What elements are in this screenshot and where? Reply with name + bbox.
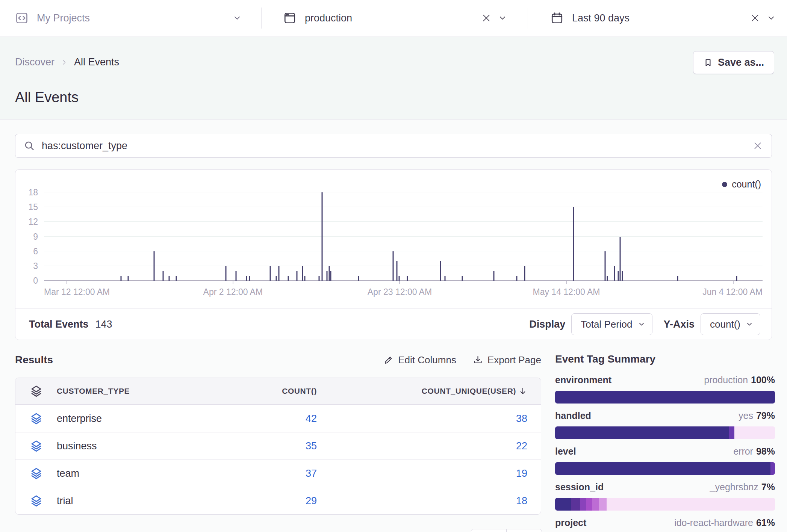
tag-percent: 79% [756, 410, 775, 421]
pencil-icon [383, 355, 394, 365]
chevron-down-icon [638, 320, 645, 328]
cell-count-unique-link[interactable]: 19 [330, 468, 541, 479]
top-bar: My Projects production Last 90 days [0, 0, 787, 36]
environment-filter-value: production [305, 12, 352, 24]
save-as-label: Save as... [718, 57, 764, 68]
results-heading: Results [15, 354, 53, 366]
tag-summary-heading: Event Tag Summary [555, 353, 775, 365]
tag-percent: 100% [751, 375, 775, 385]
tag-group-project: project ido-react-hardware61% [555, 517, 775, 532]
chevron-down-icon[interactable] [498, 14, 507, 23]
tag-name: session_id [555, 481, 604, 493]
table-header-row: CUSTOMER_TYPE COUNT() COUNT_UNIQUE(USER) [15, 378, 541, 405]
previous-page-button[interactable] [471, 529, 507, 532]
tag-top-value: _yeghrsbnz7% [710, 481, 775, 493]
page-title: All Events [15, 89, 79, 106]
tag-group-session-id: session_id _yeghrsbnz7% [555, 481, 775, 511]
table-row: team 37 19 [15, 459, 541, 487]
search-icon [24, 140, 35, 151]
breadcrumb: Discover All Events [15, 56, 119, 68]
edit-columns-label: Edit Columns [398, 354, 456, 366]
tag-bar-level[interactable] [555, 462, 775, 475]
table-row: trial 29 18 [15, 487, 541, 514]
layers-icon [29, 467, 43, 481]
tag-top-value: production100% [704, 374, 775, 385]
legend-label: count() [732, 179, 761, 190]
tag-percent: 98% [756, 446, 775, 456]
project-selector-value: My Projects [37, 12, 90, 24]
cell-count-link[interactable]: 35 [233, 440, 330, 452]
cell-count-link[interactable]: 42 [233, 413, 330, 425]
search-input[interactable] [42, 140, 753, 152]
tag-percent: 61% [756, 517, 775, 528]
cell-count-unique-link[interactable]: 38 [330, 413, 541, 425]
tag-group-handled: handled yes79% [555, 410, 775, 439]
event-tag-summary: Event Tag Summary environment production… [555, 353, 775, 532]
save-as-button[interactable]: Save as... [693, 51, 774, 74]
edit-columns-button[interactable]: Edit Columns [383, 354, 456, 366]
tag-name: handled [555, 410, 591, 421]
chart-legend: count() [722, 179, 761, 190]
tag-bar-handled[interactable] [555, 426, 775, 439]
cell-customer-type: business [57, 440, 233, 452]
column-header-customer-type[interactable]: CUSTOMER_TYPE [57, 387, 233, 396]
bookmark-icon [703, 58, 713, 68]
cell-count-unique-link[interactable]: 22 [330, 440, 541, 452]
total-events-value: 143 [95, 319, 112, 330]
tag-group-environment: environment production100% [555, 374, 775, 404]
layers-icon [29, 412, 43, 426]
yaxis-select-value: count() [710, 319, 740, 330]
tag-percent: 7% [761, 482, 775, 492]
tag-top-value: yes79% [739, 410, 775, 421]
table-row: enterprise 42 38 [15, 405, 541, 432]
display-label: Display [529, 319, 565, 330]
cell-count-link[interactable]: 37 [233, 468, 330, 479]
date-range-filter[interactable]: Last 90 days [528, 0, 787, 36]
yaxis-select[interactable]: count() [701, 313, 760, 335]
chart-plot[interactable]: 1815129630 [44, 192, 763, 281]
chevron-right-icon [61, 59, 68, 66]
chart-x-axis-line [44, 280, 763, 281]
tag-top-value: error98% [733, 446, 775, 457]
page-header: Discover All Events Save as... All Event… [0, 37, 787, 120]
sort-desc-arrow-icon [518, 387, 527, 396]
chevron-down-icon [746, 320, 753, 328]
tag-bar-session-id[interactable] [555, 498, 775, 511]
table-row: business 35 22 [15, 432, 541, 459]
cell-count-unique-link[interactable]: 18 [330, 495, 541, 507]
next-page-button[interactable] [506, 529, 542, 532]
project-selector[interactable]: My Projects [0, 0, 261, 36]
tag-name: project [555, 517, 586, 528]
export-page-button[interactable]: Export Page [473, 354, 541, 366]
breadcrumb-current: All Events [74, 56, 119, 68]
tag-bar-environment[interactable] [555, 391, 775, 404]
chevron-down-icon[interactable] [767, 14, 776, 23]
clear-environment-icon[interactable] [481, 13, 491, 23]
tag-top-value: ido-react-hardware61% [674, 517, 775, 528]
search-bar [15, 134, 772, 158]
clear-search-icon[interactable] [753, 141, 763, 151]
column-header-count-unique-user[interactable]: COUNT_UNIQUE(USER) [330, 387, 541, 396]
results-table: CUSTOMER_TYPE COUNT() COUNT_UNIQUE(USER)… [15, 378, 541, 515]
events-chart-panel: count() 1815129630 Mar 12 12:00 AMApr 2 … [15, 169, 772, 340]
cell-customer-type: team [57, 468, 233, 479]
pagination [471, 529, 542, 532]
chart-footer: Total Events 143 Display Total Period Y-… [15, 308, 772, 340]
chevron-down-icon[interactable] [233, 14, 242, 23]
cell-count-link[interactable]: 29 [233, 495, 330, 507]
breadcrumb-discover-link[interactable]: Discover [15, 56, 54, 68]
legend-dot [722, 182, 727, 187]
chart-x-axis: Mar 12 12:00 AMApr 2 12:00 AMApr 23 12:0… [44, 287, 763, 298]
cell-customer-type: enterprise [57, 413, 233, 425]
display-select-value: Total Period [581, 319, 632, 330]
download-icon [473, 355, 483, 365]
tag-group-level: level error98% [555, 446, 775, 475]
clear-date-range-icon[interactable] [750, 13, 760, 23]
display-select[interactable]: Total Period [571, 313, 652, 335]
environment-filter[interactable]: production [262, 0, 528, 36]
export-page-label: Export Page [487, 354, 541, 366]
column-header-count[interactable]: COUNT() [233, 387, 330, 396]
tag-name: environment [555, 374, 611, 385]
date-range-value: Last 90 days [572, 12, 630, 24]
layers-icon [29, 494, 43, 508]
